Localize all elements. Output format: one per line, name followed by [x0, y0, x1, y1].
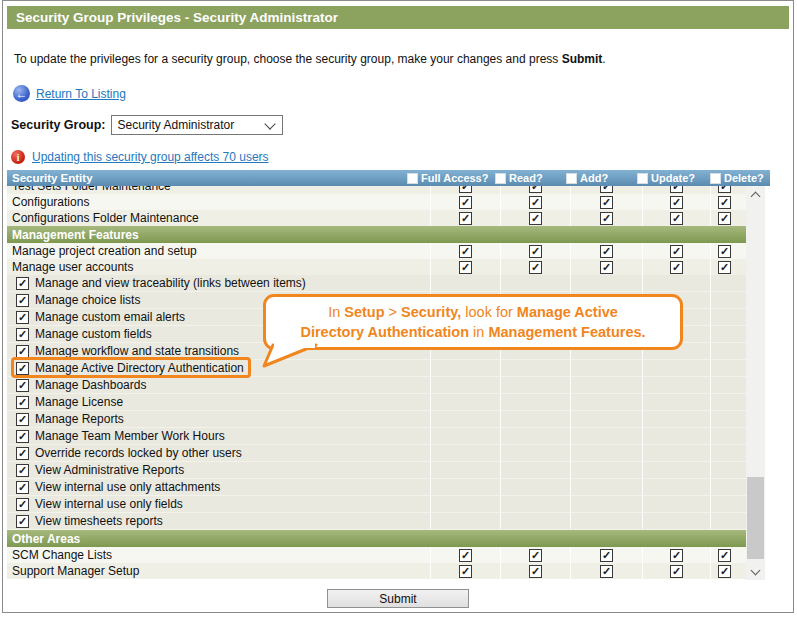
feature-checkbox[interactable]: ✓ — [16, 464, 29, 477]
feature-checkbox[interactable]: ✓ — [16, 413, 29, 426]
feature-check-row: ✓Manage Active Directory Authentication — [7, 360, 746, 377]
privilege-columns — [430, 428, 746, 444]
privilege-cell — [500, 479, 570, 495]
privilege-checkbox[interactable]: ✓ — [600, 196, 613, 209]
submit-row: Submit — [3, 589, 793, 608]
privilege-checkbox[interactable]: ✓ — [718, 212, 731, 225]
privilege-checkbox[interactable]: ✓ — [529, 565, 542, 578]
privilege-checkbox[interactable]: ✓ — [459, 261, 472, 274]
privilege-cell: ✓ — [710, 210, 746, 226]
feature-checkbox[interactable]: ✓ — [16, 277, 29, 290]
feature-label: Manage Active Directory Authentication — [35, 361, 244, 375]
feature-checkbox[interactable]: ✓ — [16, 328, 29, 341]
feature-checkbox[interactable]: ✓ — [16, 311, 29, 324]
privilege-cell: ✓ — [430, 186, 500, 194]
privilege-cell: ✓ — [500, 547, 570, 563]
privilege-columns — [430, 445, 746, 461]
privilege-cell — [710, 292, 746, 308]
affected-users-link[interactable]: Updating this security group affects 70 … — [32, 150, 269, 164]
feature-checkbox[interactable]: ✓ — [16, 447, 29, 460]
privilege-checkbox[interactable]: ✓ — [670, 196, 683, 209]
select-all-checkbox[interactable] — [710, 173, 721, 184]
privilege-checkbox[interactable]: ✓ — [529, 245, 542, 258]
feature-inner: ✓Manage custom email alerts — [16, 310, 185, 324]
privilege-cell — [570, 275, 642, 291]
privilege-checkbox[interactable]: ✓ — [529, 261, 542, 274]
scroll-up-button[interactable] — [746, 186, 765, 203]
return-to-listing-link[interactable]: Return To Listing — [36, 87, 126, 101]
scrollbar-track[interactable] — [746, 203, 765, 563]
privilege-checkbox[interactable]: ✓ — [600, 212, 613, 225]
privilege-checkbox[interactable]: ✓ — [670, 212, 683, 225]
privilege-checkbox[interactable]: ✓ — [600, 245, 613, 258]
feature-checkbox[interactable]: ✓ — [16, 515, 29, 528]
privilege-checkbox[interactable]: ✓ — [529, 186, 542, 193]
entity-label: Manage project creation and setup — [7, 244, 430, 258]
feature-checkbox[interactable]: ✓ — [16, 481, 29, 494]
privilege-columns: ✓✓✓✓✓ — [430, 547, 746, 563]
privilege-cell — [500, 445, 570, 461]
select-all-checkbox[interactable] — [637, 173, 648, 184]
privilege-checkbox[interactable]: ✓ — [459, 245, 472, 258]
privilege-checkbox[interactable]: ✓ — [670, 261, 683, 274]
privilege-checkbox[interactable]: ✓ — [459, 565, 472, 578]
back-arrow-icon[interactable]: ← — [13, 85, 30, 102]
feature-checkbox[interactable]: ✓ — [16, 294, 29, 307]
security-group-select[interactable]: Security Administrator — [111, 115, 283, 135]
privilege-checkbox[interactable]: ✓ — [718, 261, 731, 274]
entity-label: Configurations — [7, 195, 430, 209]
privilege-checkbox[interactable]: ✓ — [600, 565, 613, 578]
privilege-cell: ✓ — [500, 210, 570, 226]
submit-button[interactable]: Submit — [327, 589, 469, 608]
entity-row: Manage user accounts✓✓✓✓✓ — [7, 259, 746, 275]
privilege-cell: ✓ — [500, 243, 570, 259]
privilege-cell: ✓ — [642, 186, 710, 194]
privilege-checkbox[interactable]: ✓ — [670, 565, 683, 578]
privilege-cell: ✓ — [500, 186, 570, 194]
column-label: Add? — [580, 172, 608, 184]
vertical-scrollbar[interactable] — [746, 186, 765, 580]
select-all-checkbox[interactable] — [407, 173, 418, 184]
privilege-cell — [500, 360, 570, 376]
privilege-cell: ✓ — [430, 563, 500, 579]
feature-inner: ✓View internal use only fields — [16, 497, 183, 511]
privilege-checkbox[interactable]: ✓ — [459, 549, 472, 562]
feature-checkbox[interactable]: ✓ — [16, 430, 29, 443]
privilege-columns: ✓✓✓✓✓ — [430, 243, 746, 259]
privilege-checkbox[interactable]: ✓ — [718, 186, 731, 193]
privilege-checkbox[interactable]: ✓ — [670, 549, 683, 562]
privilege-cell: ✓ — [642, 194, 710, 210]
scrollbar-thumb[interactable] — [747, 477, 764, 559]
select-all-checkbox[interactable] — [566, 173, 577, 184]
feature-checkbox[interactable]: ✓ — [16, 362, 29, 375]
privilege-cell: ✓ — [570, 243, 642, 259]
feature-checkbox[interactable]: ✓ — [16, 396, 29, 409]
privilege-cell — [570, 445, 642, 461]
callout-line-2: Directory Authentication in Management F… — [300, 322, 645, 342]
feature-label: View timesheets reports — [35, 514, 163, 528]
privilege-checkbox[interactable]: ✓ — [459, 186, 472, 193]
feature-check-row: ✓View Administrative Reports — [7, 462, 746, 479]
privilege-cell — [570, 513, 642, 529]
page-title-bar: Security Group Privileges - Security Adm… — [7, 6, 789, 29]
privilege-checkbox[interactable]: ✓ — [670, 186, 683, 193]
privilege-checkbox[interactable]: ✓ — [600, 261, 613, 274]
privilege-checkbox[interactable]: ✓ — [718, 549, 731, 562]
privilege-checkbox[interactable]: ✓ — [529, 212, 542, 225]
privilege-checkbox[interactable]: ✓ — [670, 245, 683, 258]
privilege-checkbox[interactable]: ✓ — [718, 245, 731, 258]
privilege-checkbox[interactable]: ✓ — [529, 549, 542, 562]
privilege-checkbox[interactable]: ✓ — [718, 196, 731, 209]
privilege-checkbox[interactable]: ✓ — [459, 212, 472, 225]
select-all-checkbox[interactable] — [495, 173, 506, 184]
privilege-columns: ✓✓✓✓✓ — [430, 194, 746, 210]
feature-checkbox[interactable]: ✓ — [16, 498, 29, 511]
scroll-down-button[interactable] — [746, 563, 765, 580]
feature-checkbox[interactable]: ✓ — [16, 345, 29, 358]
privilege-checkbox[interactable]: ✓ — [600, 549, 613, 562]
privilege-checkbox[interactable]: ✓ — [459, 196, 472, 209]
feature-checkbox[interactable]: ✓ — [16, 379, 29, 392]
privilege-checkbox[interactable]: ✓ — [600, 186, 613, 193]
privilege-checkbox[interactable]: ✓ — [718, 565, 731, 578]
privilege-checkbox[interactable]: ✓ — [529, 196, 542, 209]
